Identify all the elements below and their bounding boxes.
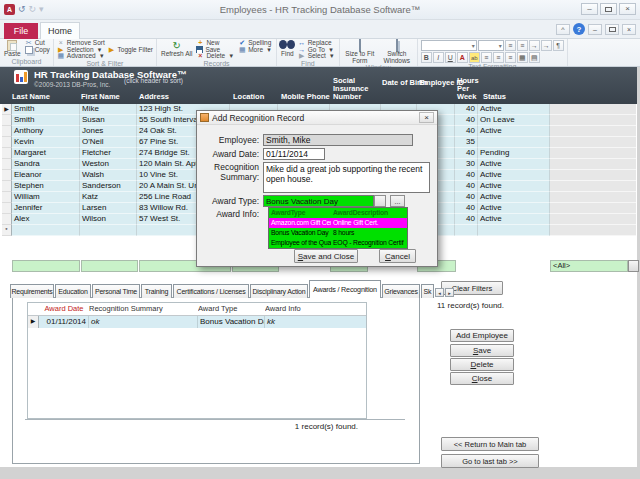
- find-button[interactable]: Find: [280, 40, 295, 58]
- delete-record-button[interactable]: ×Delete▾: [196, 53, 235, 60]
- cell-hours[interactable]: 40: [455, 181, 478, 192]
- award-date-field[interactable]: 01/11/2014: [263, 148, 325, 160]
- row-selector[interactable]: [2, 170, 12, 181]
- cell-status[interactable]: Active: [478, 192, 550, 203]
- return-to-main-tab-button[interactable]: << Return to Main tab: [441, 437, 539, 451]
- row-selector[interactable]: [2, 137, 12, 148]
- cell-award-type[interactable]: Bonus Vacation Day: [198, 316, 265, 328]
- cell-status[interactable]: On Leave: [478, 115, 550, 126]
- cell-last-name[interactable]: Kevin: [12, 137, 80, 148]
- tab-personal-time[interactable]: Personal Time: [92, 284, 140, 298]
- cell-last-name[interactable]: Smith: [12, 115, 80, 126]
- column-header-award-date[interactable]: Award Date: [39, 303, 89, 315]
- cell-hours[interactable]: 40: [455, 203, 478, 214]
- cell-last-name[interactable]: William: [12, 192, 80, 203]
- align-right-icon[interactable]: ≡: [505, 52, 516, 63]
- toggle-filter-button[interactable]: ▶Toggle Filter: [108, 47, 153, 54]
- cell-first-name[interactable]: Larsen: [80, 203, 137, 214]
- help-icon[interactable]: ?: [573, 23, 585, 35]
- increase-indent-icon[interactable]: →: [541, 40, 552, 51]
- cell-award-date[interactable]: 01/11/2014: [39, 316, 89, 328]
- child-close-button[interactable]: ×: [622, 24, 636, 35]
- tab-education[interactable]: Education: [55, 284, 91, 298]
- cell-hours[interactable]: 40: [455, 126, 478, 137]
- size-to-fit-button[interactable]: Size to Fit Form: [343, 40, 377, 64]
- list-item-highlighted[interactable]: Amazon.com Gift Certific Online Gift Cer…: [269, 218, 407, 228]
- cell-last-name[interactable]: Alex: [12, 214, 80, 225]
- cell-hours[interactable]: 40: [455, 148, 478, 159]
- cell-last-name[interactable]: Smith: [12, 104, 80, 115]
- tab-scroll-right-icon[interactable]: ▸: [445, 288, 454, 297]
- row-selector[interactable]: [2, 159, 12, 170]
- highlight-icon[interactable]: ab: [469, 52, 480, 63]
- column-header-sin[interactable]: Social Insurance Number: [333, 77, 377, 101]
- switch-windows-button[interactable]: Switch Windows: [380, 40, 414, 64]
- row-selector[interactable]: [2, 214, 12, 225]
- tab-training[interactable]: Training: [141, 284, 172, 298]
- column-header-award-info[interactable]: Award Info: [265, 303, 366, 315]
- go-to-last-tab-button[interactable]: Go to last tab >>: [441, 454, 539, 468]
- add-employee-button[interactable]: Add Employee: [450, 329, 514, 342]
- dialog-close-icon[interactable]: ×: [419, 112, 434, 123]
- decrease-indent-icon[interactable]: →: [529, 40, 540, 51]
- tab-requirements[interactable]: Requirements: [10, 284, 54, 298]
- cell-first-name[interactable]: [80, 225, 137, 236]
- award-row-selector[interactable]: ▶: [28, 316, 39, 328]
- copy-button[interactable]: Copy: [25, 47, 50, 54]
- new-row-selector[interactable]: *: [2, 225, 12, 236]
- cell-status[interactable]: [478, 225, 550, 236]
- cell-first-name[interactable]: O'Neil: [80, 137, 137, 148]
- cell-hours[interactable]: 35: [455, 137, 478, 148]
- cell-status[interactable]: Active: [478, 170, 550, 181]
- cell-hours[interactable]: 30: [455, 159, 478, 170]
- bold-icon[interactable]: B: [421, 52, 432, 63]
- cell-last-name[interactable]: Margaret: [12, 148, 80, 159]
- column-header-first-name[interactable]: First Name: [81, 93, 120, 101]
- cell-hours[interactable]: 40: [455, 115, 478, 126]
- tab-skills[interactable]: Sk: [421, 284, 434, 298]
- cell-status[interactable]: Active: [478, 214, 550, 225]
- award-row[interactable]: ▶ 01/11/2014 ok Bonus Vacation Day kk: [28, 316, 366, 328]
- child-restore-button[interactable]: [605, 24, 619, 35]
- refresh-all-button[interactable]: ↻ Refresh All: [160, 40, 193, 58]
- cell-first-name[interactable]: Wilson: [80, 214, 137, 225]
- dialog-title-bar[interactable]: Add Recognition Record ×: [197, 111, 437, 125]
- cell-award-info[interactable]: kk: [265, 316, 366, 328]
- award-type-combo[interactable]: Bonus Vacation Day: [263, 195, 374, 207]
- column-header-address[interactable]: Address: [139, 93, 169, 101]
- cell-status[interactable]: Active: [478, 104, 550, 115]
- close-button[interactable]: ×: [619, 3, 636, 15]
- advanced-button[interactable]: ▦Advanced▾: [57, 53, 153, 60]
- gridlines-icon[interactable]: ▦: [517, 52, 528, 63]
- filter-status-all[interactable]: <All>: [550, 260, 628, 272]
- align-left-icon[interactable]: ≡: [481, 52, 492, 63]
- alternate-fill-icon[interactable]: ▤: [529, 52, 540, 63]
- column-header-status[interactable]: Status: [483, 93, 506, 101]
- cell-first-name[interactable]: Walsh: [80, 170, 137, 181]
- cell-hours[interactable]: 40: [455, 104, 478, 115]
- underline-icon[interactable]: U: [445, 52, 456, 63]
- cell-last-name[interactable]: Jennifer: [12, 203, 80, 214]
- cell-hours[interactable]: 40: [455, 192, 478, 203]
- cell-status[interactable]: Active: [478, 181, 550, 192]
- cell-first-name[interactable]: Susan: [80, 115, 137, 126]
- pin-ribbon-icon[interactable]: ^: [556, 24, 570, 35]
- cell-first-name[interactable]: Katz: [80, 192, 137, 203]
- filter-dropdown-icon[interactable]: [628, 260, 639, 272]
- cell-recognition-summary[interactable]: ok: [89, 316, 198, 328]
- cell-status[interactable]: Active: [478, 126, 550, 137]
- cell-last-name[interactable]: Stephen: [12, 181, 80, 192]
- award-type-builder-button[interactable]: ...: [390, 195, 405, 207]
- column-header-hours[interactable]: Hours Per Week: [457, 77, 483, 101]
- summary-field[interactable]: Mike did a great job supporting the rece…: [263, 162, 430, 193]
- cell-hours[interactable]: 40: [455, 214, 478, 225]
- tab-certifications[interactable]: Certifications / Licenses: [173, 284, 249, 298]
- award-type-dropdown-icon[interactable]: [374, 195, 386, 207]
- save-button[interactable]: Save: [450, 344, 514, 357]
- save-and-close-button[interactable]: Save and Close: [294, 249, 358, 263]
- row-selector[interactable]: ▶: [2, 104, 12, 115]
- row-selector[interactable]: [2, 148, 12, 159]
- cell-first-name[interactable]: Sanderson: [80, 181, 137, 192]
- row-selector[interactable]: [2, 115, 12, 126]
- bullets-icon[interactable]: ≡: [505, 40, 516, 51]
